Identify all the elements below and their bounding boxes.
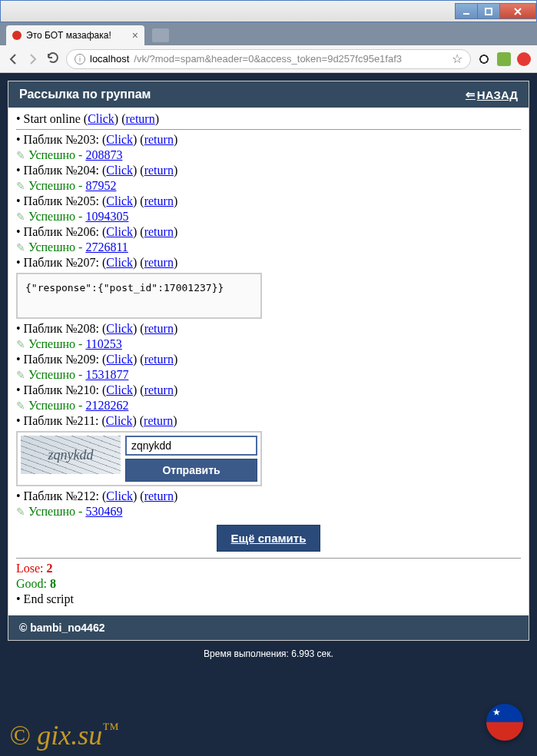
captcha-image: zqnykdd <box>21 436 121 474</box>
address-bar: i localhost/vk/?mod=spam&header=0&access… <box>0 45 537 73</box>
spam-more-button[interactable]: Ещё спамить <box>217 525 321 552</box>
public-line: • Паблик №208: (Click) (return) <box>16 322 521 336</box>
panel-header: Рассылка по группам НАЗАД <box>8 81 529 108</box>
response-box: {"response":{"post_id":17001237}} <box>16 273 262 319</box>
return-link[interactable]: return <box>144 383 174 396</box>
return-link[interactable]: return <box>144 489 174 502</box>
post-id-link[interactable]: 2726811 <box>85 240 128 254</box>
click-link[interactable]: Click <box>106 489 133 502</box>
end-line: • End script <box>16 592 521 606</box>
page-body: Рассылка по группам НАЗАД • Start online… <box>0 73 537 756</box>
captcha-box: zqnykdd Отправить <box>16 431 262 486</box>
start-return-link[interactable]: return <box>125 112 154 125</box>
bookmark-star-icon[interactable]: ☆ <box>452 51 462 66</box>
click-link[interactable]: Click <box>106 225 133 238</box>
tab-title: Это БОТ мазафака! <box>26 30 111 41</box>
success-line: Успешно - 87952 <box>16 179 521 193</box>
public-line: • Паблик №205: (Click) (return) <box>16 194 521 208</box>
click-link[interactable]: Click <box>106 194 133 207</box>
click-link[interactable]: Click <box>106 322 133 335</box>
minimize-button[interactable] <box>455 3 478 19</box>
post-id-link[interactable]: 2128262 <box>85 399 128 412</box>
extension-icon-2[interactable] <box>497 52 511 66</box>
extension-icon-3[interactable] <box>517 52 531 66</box>
panel-body: • Start online (Click) (return)• Паблик … <box>8 108 529 615</box>
public-line: • Паблик №212: (Click) (return) <box>16 489 521 503</box>
titlebar <box>0 0 537 22</box>
extension-icon-1[interactable] <box>477 52 491 66</box>
success-line: Успешно - 208873 <box>16 148 521 162</box>
good-line: Good: 8 <box>16 577 521 591</box>
divider <box>16 558 521 559</box>
return-link[interactable]: return <box>144 133 174 146</box>
post-id-link[interactable]: 87952 <box>85 179 116 192</box>
start-line: • Start online (Click) (return) <box>16 112 521 126</box>
click-link[interactable]: Click <box>106 164 133 177</box>
post-id-link[interactable]: 208873 <box>85 148 122 161</box>
captcha-submit-button[interactable]: Отправить <box>125 459 257 482</box>
public-line: • Паблик №204: (Click) (return) <box>16 164 521 177</box>
info-icon[interactable]: i <box>75 54 85 65</box>
url-input[interactable]: i localhost/vk/?mod=spam&header=0&access… <box>66 49 471 69</box>
return-link[interactable]: return <box>144 256 174 269</box>
public-line: • Паблик №203: (Click) (return) <box>16 133 521 147</box>
url-host: localhost <box>90 53 129 65</box>
post-id-link[interactable]: 1094305 <box>85 210 128 223</box>
new-tab-button[interactable] <box>152 28 169 42</box>
start-click-link[interactable]: Click <box>88 112 114 125</box>
execution-time: Время выполнения: 6.993 сек. <box>8 648 529 659</box>
panel-footer: © bambi_no4462 <box>8 615 529 640</box>
post-id-link[interactable]: 110253 <box>85 337 121 350</box>
url-path: /vk/?mod=spam&header=0&access_token=9d25… <box>134 53 402 65</box>
main-panel: Рассылка по группам НАЗАД • Start online… <box>8 81 529 641</box>
return-link[interactable]: return <box>144 164 174 177</box>
success-line: Успешно - 2726811 <box>16 240 521 254</box>
tab-bar: Это БОТ мазафака! × <box>0 22 537 45</box>
post-id-link[interactable]: 530469 <box>85 505 122 518</box>
public-line: • Паблик №211: (Click) (return) <box>16 414 521 428</box>
click-link[interactable]: Click <box>106 414 133 427</box>
lose-line: Lose: 2 <box>16 562 521 575</box>
click-link[interactable]: Click <box>106 353 133 366</box>
tab-close-icon[interactable]: × <box>132 29 138 41</box>
success-line: Успешно - 1531877 <box>16 368 521 382</box>
public-line: • Паблик №210: (Click) (return) <box>16 383 521 397</box>
return-link[interactable]: return <box>144 322 174 335</box>
return-link[interactable]: return <box>144 194 174 207</box>
success-line: Успешно - 110253 <box>16 337 521 351</box>
forward-icon[interactable] <box>26 52 40 66</box>
public-line: • Паблик №207: (Click) (return) <box>16 256 521 270</box>
back-link[interactable]: НАЗАД <box>466 88 518 101</box>
page-title: Рассылка по группам <box>19 88 151 101</box>
divider <box>16 129 521 130</box>
click-link[interactable]: Click <box>106 256 133 269</box>
browser-tab[interactable]: Это БОТ мазафака! × <box>6 25 144 45</box>
reload-icon[interactable] <box>46 51 60 68</box>
back-icon[interactable] <box>6 52 20 66</box>
maximize-button[interactable] <box>477 3 500 19</box>
click-link[interactable]: Click <box>106 133 133 146</box>
public-line: • Паблик №209: (Click) (return) <box>16 353 521 366</box>
post-id-link[interactable]: 1531877 <box>85 368 128 381</box>
return-link[interactable]: return <box>144 353 174 366</box>
svg-rect-0 <box>486 8 492 15</box>
success-line: Успешно - 2128262 <box>16 399 521 413</box>
return-link[interactable]: return <box>144 414 173 427</box>
watermark: © gix.su™ <box>9 719 119 751</box>
success-line: Успешно - 1094305 <box>16 210 521 224</box>
record-icon <box>12 31 22 40</box>
close-button[interactable] <box>499 3 536 19</box>
flag-badge[interactable] <box>486 704 523 741</box>
success-line: Успешно - 530469 <box>16 505 521 519</box>
public-line: • Паблик №206: (Click) (return) <box>16 225 521 239</box>
click-link[interactable]: Click <box>106 383 133 396</box>
captcha-input[interactable] <box>125 436 257 456</box>
return-link[interactable]: return <box>144 225 174 238</box>
